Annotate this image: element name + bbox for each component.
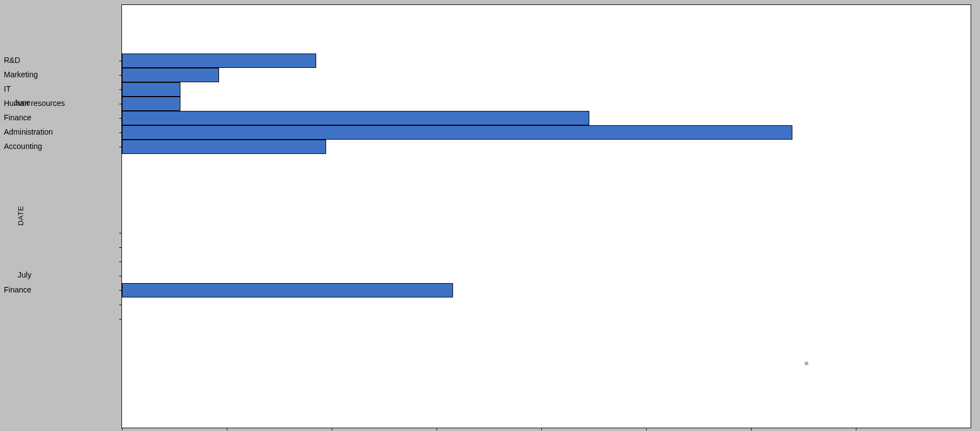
bar-june-marketing [122, 68, 219, 82]
cat-label-finance: Finance [4, 113, 121, 122]
bar-june-it [122, 82, 180, 97]
cat-label-admin: Administration [4, 127, 121, 136]
bar-june-admin [122, 125, 792, 140]
cat-label-hr: Human resources [4, 99, 121, 108]
cat-label-it: IT [4, 84, 121, 93]
cat-label-rd: R&D [4, 56, 121, 65]
bar-june-acct [122, 140, 326, 154]
x-tick [436, 428, 437, 430]
cat-label-marketing: Marketing [4, 70, 121, 79]
cat-label-july-finance: Finance [4, 285, 121, 294]
x-tick [751, 428, 752, 430]
cat-label-acct: Accounting [4, 142, 121, 151]
y-tick [119, 262, 122, 262]
y-tick [119, 61, 122, 61]
y-tick [119, 104, 122, 104]
x-tick [332, 428, 332, 430]
y-tick [119, 147, 122, 147]
y-tick [119, 290, 122, 291]
chart-plot-area [121, 4, 971, 428]
y-tick [119, 305, 122, 305]
month-label-july: July [18, 270, 31, 279]
bar-july-finance [122, 283, 453, 297]
x-tick [541, 428, 542, 430]
bar-june-finance [122, 111, 589, 125]
y-tick [119, 132, 122, 133]
x-tick [122, 428, 122, 430]
y-tick [119, 247, 122, 248]
y-tick [119, 118, 122, 119]
y-axis-labels: June R&D Marketing IT Human resources Fi… [0, 4, 121, 428]
x-tick [856, 428, 856, 430]
y-tick [119, 319, 122, 320]
bar-june-hr [122, 97, 180, 111]
dot-icon [805, 361, 808, 365]
x-tick [646, 428, 647, 430]
y-tick [119, 276, 122, 276]
bar-june-rd [122, 54, 316, 68]
x-tick [227, 428, 227, 430]
y-tick [119, 233, 122, 233]
y-tick [119, 75, 122, 76]
y-tick [119, 89, 122, 90]
